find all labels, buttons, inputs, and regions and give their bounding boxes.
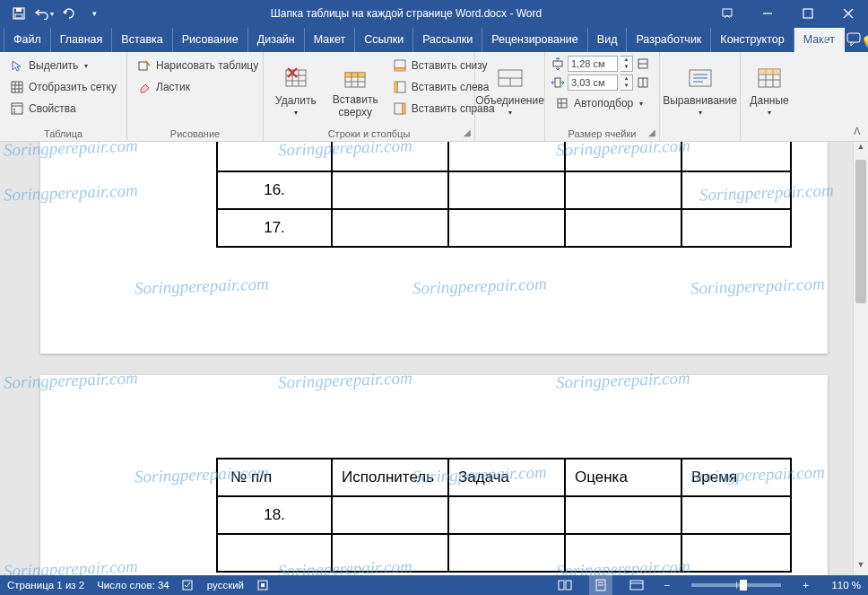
tab-file[interactable]: Файл [4, 28, 51, 52]
tab-home[interactable]: Главная [51, 28, 113, 52]
read-mode-button[interactable] [553, 575, 577, 595]
table-row[interactable]: 17. [217, 209, 791, 247]
insert-above-button[interactable]: Вставить сверху [326, 56, 385, 126]
maximize-button[interactable] [787, 0, 828, 27]
svg-rect-63 [559, 581, 564, 590]
document-page-1[interactable]: 16. 17. [40, 142, 828, 354]
col-width-input[interactable]: 3,03 см [568, 74, 618, 91]
minimize-button[interactable] [747, 0, 787, 27]
chevron-down-icon: ▾ [699, 109, 702, 118]
redo-button[interactable] [57, 2, 81, 25]
status-bar: Страница 1 из 2 Число слов: 34 русский −… [0, 575, 868, 595]
row-height-input[interactable]: 1,28 см [568, 56, 618, 72]
eraser-button[interactable]: Ластик [133, 77, 263, 97]
collapse-ribbon-button[interactable]: ᐱ [854, 126, 861, 137]
table-row[interactable] [217, 142, 791, 171]
document-table-2[interactable]: № п/п Исполнитель Задача Оценка Время 18… [216, 458, 792, 573]
zoom-out-button[interactable]: − [661, 580, 674, 591]
table-header-cell[interactable]: Задача [448, 459, 565, 496]
svg-point-18 [13, 111, 15, 113]
table-header-cell[interactable]: Исполнитель [332, 459, 448, 496]
web-layout-icon [629, 579, 644, 591]
col-width-spinner[interactable]: ▲▼ [621, 74, 633, 91]
tab-review[interactable]: Рецензирование [482, 28, 588, 52]
table-header-cell[interactable]: Время [681, 459, 791, 496]
svg-rect-28 [345, 73, 365, 77]
customize-qat-button[interactable]: ▾ [82, 2, 106, 25]
macro-button[interactable] [256, 579, 269, 591]
table-cell[interactable]: 17. [217, 209, 332, 247]
insert-below-icon [393, 58, 407, 73]
web-layout-button[interactable] [625, 575, 648, 595]
document-table-1[interactable]: 16. 17. [216, 142, 792, 248]
data-button[interactable]: Данные ▾ [743, 56, 794, 126]
zoom-in-button[interactable]: + [799, 580, 812, 591]
col-width-icon [551, 75, 565, 90]
tab-view[interactable]: Вид [588, 28, 628, 52]
table-cell[interactable]: 16. [217, 171, 332, 209]
draw-table-button[interactable]: Нарисовать таблицу [133, 56, 263, 75]
tab-layout[interactable]: Макет [305, 28, 355, 52]
rows-cols-launcher[interactable]: ◢ [464, 127, 471, 137]
row-height-spinner[interactable]: ▲▼ [621, 56, 633, 72]
properties-button[interactable]: Свойства [5, 99, 121, 118]
tab-draw[interactable]: Рисование [173, 28, 248, 52]
svg-rect-2 [15, 14, 22, 18]
tab-references[interactable]: Ссылки [355, 28, 413, 52]
comments-button[interactable] [846, 32, 863, 47]
ribbon-options-button[interactable] [707, 0, 747, 27]
document-page-2[interactable]: № п/п Исполнитель Задача Оценка Время 18… [40, 375, 828, 575]
spellcheck-button[interactable] [182, 579, 195, 591]
select-button[interactable]: Выделить▾ [5, 56, 121, 75]
insert-right-icon [393, 101, 407, 116]
print-layout-button[interactable] [589, 575, 612, 595]
cell-size-launcher[interactable]: ◢ [648, 127, 655, 137]
svg-rect-68 [630, 581, 643, 590]
table-header-cell[interactable]: Оценка [565, 459, 681, 496]
zoom-slider[interactable] [691, 583, 781, 587]
table-row[interactable] [217, 534, 791, 572]
tab-table-design[interactable]: Конструктор [711, 28, 794, 52]
delete-button[interactable]: Удалить ▾ [269, 56, 323, 126]
autofit-label: Автоподбор [574, 97, 633, 109]
window-controls [707, 0, 868, 27]
merge-button[interactable]: Объединение ▾ [469, 56, 551, 126]
chevron-down-icon: ▾ [508, 109, 512, 118]
share-button[interactable] [818, 32, 832, 47]
redo-icon [62, 6, 76, 21]
gridlines-button[interactable]: Отобразить сетку [5, 77, 121, 97]
zoom-slider-knob[interactable] [740, 580, 747, 591]
scroll-down-button[interactable]: ▼ [854, 560, 868, 575]
eraser-label: Ластик [156, 81, 190, 93]
svg-rect-33 [395, 68, 405, 71]
table-header-cell[interactable]: № п/п [217, 459, 332, 496]
alignment-button[interactable]: Выравнивание ▾ [656, 56, 743, 126]
save-button[interactable] [7, 2, 30, 25]
page-status[interactable]: Страница 1 из 2 [7, 580, 84, 591]
table-cell[interactable]: 18. [217, 496, 332, 534]
undo-button[interactable]: ▾ [32, 2, 56, 25]
tab-mailings[interactable]: Рассылки [413, 28, 482, 52]
tab-insert[interactable]: Вставка [112, 28, 172, 52]
macro-icon [256, 579, 269, 591]
tab-developer[interactable]: Разработчик [627, 28, 711, 52]
word-count[interactable]: Число слов: 34 [97, 580, 169, 591]
scroll-up-button[interactable]: ▲ [854, 142, 868, 157]
distribute-rows-button[interactable] [636, 57, 650, 71]
tab-design[interactable]: Дизайн [248, 28, 305, 52]
select-icon [10, 58, 24, 73]
close-button[interactable] [828, 0, 868, 27]
draw-table-label: Нарисовать таблицу [156, 59, 258, 72]
table-row[interactable]: 18. [217, 496, 791, 534]
distribute-cols-button[interactable] [636, 75, 650, 90]
window-title: Шапка таблицы на каждой странице Word.do… [106, 7, 707, 20]
table-row[interactable]: 16. [217, 171, 791, 209]
vertical-scrollbar[interactable]: ▲ ▼ [853, 142, 868, 575]
scrollbar-thumb[interactable] [855, 160, 866, 303]
autofit-button[interactable]: Автоподбор▾ [551, 93, 650, 113]
group-data: Данные ▾ [741, 52, 798, 141]
group-alignment: Выравнивание ▾ [660, 52, 741, 141]
language-status[interactable]: русский [207, 580, 244, 591]
zoom-level[interactable]: 110 % [825, 580, 861, 591]
table-header-row[interactable]: № п/п Исполнитель Задача Оценка Время [217, 459, 791, 496]
